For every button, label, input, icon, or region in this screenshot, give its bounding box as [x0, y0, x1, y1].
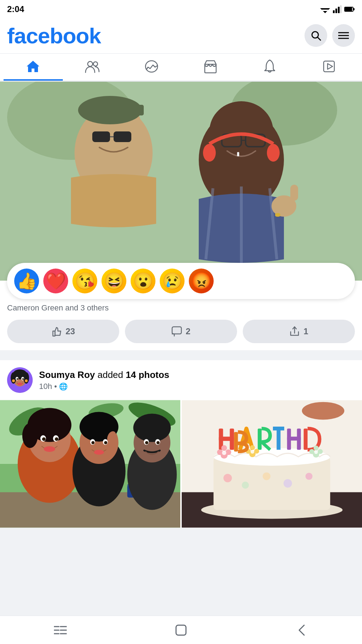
- svg-rect-8: [345, 7, 352, 11]
- wifi-icon: [320, 5, 330, 13]
- menu-lines-icon: [54, 625, 67, 635]
- photo-grid: [0, 400, 362, 528]
- post-divider: [0, 356, 362, 360]
- action-buttons: 23 2 1: [0, 313, 362, 350]
- svg-point-118: [226, 449, 231, 455]
- reaction-love[interactable]: ❤️: [43, 269, 68, 293]
- like-button[interactable]: 23: [7, 320, 119, 343]
- svg-point-82: [91, 441, 94, 444]
- svg-point-102: [306, 473, 313, 480]
- svg-rect-4: [335, 9, 337, 13]
- svg-rect-5: [338, 7, 340, 13]
- svg-point-124: [250, 445, 255, 450]
- svg-point-37: [203, 144, 216, 162]
- svg-point-123: [254, 449, 259, 454]
- post-2-header: Soumya Roy added 14 photos 10h • 🌐: [0, 360, 362, 396]
- share-button[interactable]: 1: [243, 320, 355, 343]
- photo-1[interactable]: [0, 400, 180, 528]
- bottom-navigation: [0, 616, 362, 644]
- nav-back-button[interactable]: [241, 624, 362, 637]
- nav-home-button[interactable]: [121, 624, 241, 636]
- comment-button[interactable]: 2: [125, 320, 237, 343]
- tab-messenger[interactable]: [122, 54, 181, 81]
- status-bar: 2:04: [0, 0, 362, 18]
- svg-rect-115: [304, 428, 308, 450]
- svg-point-55: [22, 378, 24, 380]
- bell-icon: [263, 59, 276, 74]
- app-logo: facebook: [7, 23, 101, 48]
- post-photo: [0, 82, 362, 281]
- tab-watch[interactable]: [299, 54, 358, 81]
- svg-rect-131: [234, 432, 238, 451]
- reaction-angry[interactable]: 😡: [189, 269, 214, 293]
- reaction-like[interactable]: 👍: [14, 269, 39, 293]
- reaction-surprised[interactable]: 😮: [131, 269, 155, 293]
- home-icon: [26, 59, 40, 74]
- svg-point-101: [284, 479, 292, 488]
- square-icon: [175, 624, 187, 636]
- svg-rect-108: [258, 428, 262, 450]
- share-count: 1: [303, 326, 308, 336]
- reaction-haha[interactable]: 😘: [72, 269, 97, 293]
- post-1: 👍 ❤️ 😘 😆 😮 😢 😡 Cameron Green and 3 other…: [0, 82, 362, 350]
- like-icon: [51, 326, 62, 337]
- svg-rect-3: [333, 10, 335, 13]
- svg-point-83: [104, 441, 107, 444]
- watch-icon: [323, 60, 335, 73]
- svg-point-127: [309, 449, 314, 454]
- post-meta: Soumya Roy added 14 photos 10h • 🌐: [39, 369, 355, 391]
- share-icon: [289, 326, 300, 337]
- author-avatar[interactable]: [7, 367, 33, 393]
- tab-notifications[interactable]: [240, 54, 300, 81]
- nav-tabs: [0, 53, 362, 82]
- comment-count: 2: [186, 326, 190, 336]
- header-actions: [305, 24, 355, 47]
- app-header: facebook: [0, 18, 362, 53]
- svg-point-95: [302, 402, 345, 420]
- signal-icon: [333, 5, 341, 13]
- svg-point-117: [217, 449, 223, 455]
- svg-line-11: [318, 37, 320, 40]
- svg-point-32: [209, 101, 273, 162]
- search-button[interactable]: [305, 24, 327, 47]
- svg-rect-29: [114, 131, 131, 142]
- svg-point-125: [251, 450, 254, 454]
- svg-point-15: [88, 61, 93, 66]
- menu-button[interactable]: [332, 24, 355, 47]
- svg-point-75: [55, 437, 58, 441]
- svg-point-100: [263, 472, 270, 480]
- svg-point-84: [94, 450, 104, 455]
- reaction-sad[interactable]: 😢: [160, 269, 185, 293]
- tab-friends[interactable]: [63, 54, 122, 81]
- svg-rect-9: [353, 8, 355, 10]
- svg-point-129: [314, 445, 319, 450]
- reaction-wow[interactable]: 😆: [102, 269, 126, 293]
- tab-marketplace[interactable]: [181, 54, 240, 81]
- svg-rect-28: [92, 131, 110, 142]
- comment-icon: [171, 326, 182, 337]
- svg-point-38: [267, 144, 280, 162]
- svg-rect-18: [205, 64, 216, 73]
- messenger-icon: [144, 59, 159, 74]
- svg-rect-138: [176, 625, 186, 635]
- marketplace-icon: [204, 59, 217, 74]
- tab-home[interactable]: [4, 54, 63, 81]
- photo-2[interactable]: [182, 400, 362, 528]
- svg-rect-27: [80, 105, 144, 115]
- svg-rect-43: [290, 185, 298, 201]
- svg-point-76: [44, 446, 55, 452]
- status-time: 2:04: [7, 4, 24, 14]
- nav-menu-button[interactable]: [0, 625, 121, 635]
- svg-point-98: [224, 474, 232, 482]
- reaction-bar-container: 👍 ❤️ 😘 😆 😮 😢 😡: [7, 263, 355, 299]
- svg-point-74: [42, 437, 46, 441]
- svg-point-16: [93, 62, 98, 66]
- svg-point-70: [22, 423, 38, 448]
- status-icons: [320, 5, 355, 13]
- post-image[interactable]: [0, 82, 362, 281]
- battery-icon: [344, 6, 355, 12]
- hamburger-icon: [338, 31, 349, 40]
- back-chevron-icon: [298, 624, 306, 637]
- svg-point-120: [222, 451, 226, 455]
- svg-rect-36: [237, 152, 239, 156]
